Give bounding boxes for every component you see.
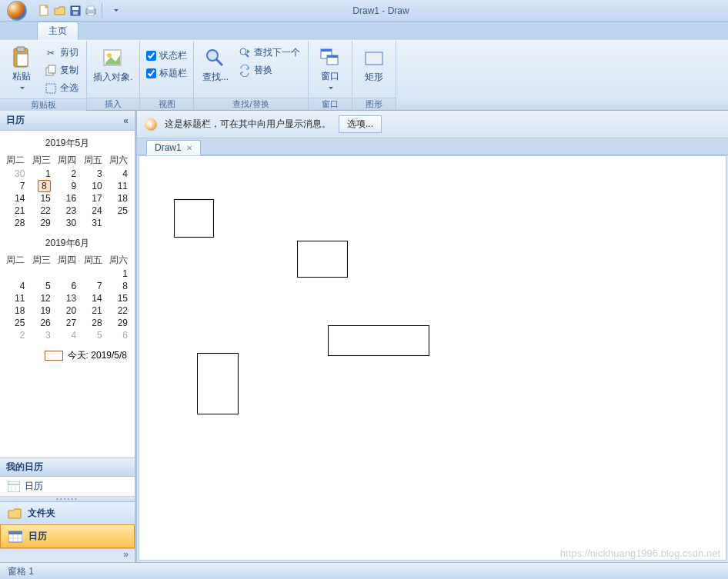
calendar-grid-1[interactable]: 周二周三周四周五周六301234789101114151617182122232… [3, 153, 132, 229]
collapse-icon[interactable] [123, 115, 129, 126]
save-icon[interactable] [69, 5, 82, 17]
sidebar-grip[interactable]: •••••• [0, 496, 135, 501]
calendar-area: 2019年5月 周二周三周四周五周六3012347891011141516171… [0, 131, 135, 368]
cut-icon: ✂ [45, 47, 57, 59]
svg-rect-5 [88, 6, 94, 10]
svg-point-14 [107, 53, 112, 58]
statusbar-checkbox[interactable]: 状态栏 [145, 48, 189, 64]
window-title: Draw1 - Draw [126, 5, 636, 16]
info-icon: i [145, 118, 157, 131]
ribbon-group-insert: 插入对象. 插入 [87, 41, 140, 110]
paste-button[interactable]: 粘贴 [5, 43, 38, 94]
rectangle-icon [362, 46, 386, 71]
select-all-icon [45, 82, 57, 95]
svg-point-15 [207, 50, 218, 61]
svg-rect-3 [73, 12, 78, 15]
close-tab-icon[interactable]: ✕ [186, 144, 192, 152]
today-box-icon [45, 351, 63, 361]
nav-calendar[interactable]: 日历 [0, 524, 135, 548]
sidebar-subheader-mycalendars[interactable]: 我的日历 [0, 458, 135, 477]
insert-object-button[interactable]: 插入对象. [92, 43, 135, 94]
svg-rect-24 [8, 481, 20, 492]
copy-icon [45, 65, 57, 77]
captionbar-checkbox[interactable]: 标题栏 [145, 65, 189, 82]
calendar-small-icon [8, 481, 20, 492]
nav-configure[interactable]: » [0, 548, 135, 562]
nav-folders[interactable]: 文件夹 [0, 501, 135, 524]
print-icon[interactable] [85, 5, 97, 17]
tab-home[interactable]: 主页 [37, 22, 78, 40]
svg-rect-2 [72, 7, 78, 10]
options-button[interactable]: 选项... [339, 115, 382, 133]
ribbon-tab-row: 主页 [0, 22, 728, 40]
app-orb[interactable] [2, 1, 32, 21]
insert-object-icon [101, 46, 125, 71]
ribbon-group-shapes: 矩形 图形 [352, 41, 396, 110]
caption-message: 这是标题栏，可在其中向用户显示消息。 [165, 118, 331, 131]
ribbon-group-clipboard: 粘贴 ✂剪切 复制 全选 剪贴板 [0, 41, 87, 110]
svg-line-16 [216, 59, 222, 65]
find-button[interactable]: 查找... [199, 43, 232, 94]
calendar-month-2: 2019年6月 周二周三周四周五周六1456781112131415181920… [3, 237, 132, 341]
caption-bar: i 这是标题栏，可在其中向用户显示消息。 选项... [137, 111, 728, 138]
svg-rect-6 [88, 13, 94, 15]
paste-icon [9, 46, 34, 70]
svg-rect-29 [8, 531, 22, 534]
svg-point-17 [240, 48, 246, 55]
svg-rect-8 [17, 47, 25, 52]
calendar-icon [8, 531, 22, 543]
calendar-today-row[interactable]: 今天: 2019/5/8 [3, 349, 132, 362]
ribbon-group-window: 窗口 窗口 [309, 41, 352, 110]
svg-line-18 [245, 54, 249, 57]
document-tab[interactable]: Draw1 ✕ [146, 140, 201, 155]
svg-rect-11 [48, 65, 55, 73]
titlebar: Draw1 - Draw [0, 0, 728, 22]
find-icon [203, 46, 228, 71]
select-all-button[interactable]: 全选 [42, 80, 82, 96]
shape-rectangle[interactable] [197, 353, 239, 414]
sidebar: 日历 2019年5月 周二周三周四周五周六3012347891011141516… [0, 111, 137, 562]
document-tab-row: Draw1 ✕ [137, 138, 728, 155]
rectangle-button[interactable]: 矩形 [357, 43, 391, 94]
calendar-month-1: 2019年5月 周二周三周四周五周六3012347891011141516171… [3, 137, 132, 229]
quick-access-toolbar [34, 0, 126, 21]
copy-button[interactable]: 复制 [42, 62, 82, 78]
qat-customize-icon[interactable] [109, 5, 122, 17]
ribbon: 粘贴 ✂剪切 复制 全选 剪贴板 插入对象. 插入 状态栏 标题栏 [0, 40, 728, 111]
find-next-icon [239, 47, 251, 59]
replace-icon [239, 65, 251, 77]
open-icon[interactable] [54, 5, 66, 17]
svg-rect-9 [17, 54, 28, 66]
svg-rect-12 [46, 84, 55, 93]
svg-rect-20 [321, 49, 332, 52]
shape-rectangle[interactable] [328, 325, 429, 356]
folder-icon [8, 507, 22, 520]
status-text: 窗格 1 [8, 566, 34, 577]
replace-button[interactable]: 替换 [235, 62, 303, 78]
ribbon-group-view: 状态栏 标题栏 视图 [140, 41, 194, 110]
cut-button[interactable]: ✂剪切 [42, 45, 82, 61]
new-icon[interactable] [38, 5, 51, 17]
find-next-button[interactable]: 查找下一个 [235, 45, 303, 61]
shape-rectangle[interactable] [297, 241, 348, 278]
window-icon [318, 46, 342, 70]
ribbon-group-find-replace: 查找... 查找下一个 替换 查找/替换 [194, 41, 309, 110]
drawing-canvas[interactable] [139, 155, 726, 561]
statusbar: 窗格 1 [0, 562, 728, 579]
svg-rect-23 [366, 52, 382, 65]
svg-rect-22 [327, 55, 338, 58]
shape-rectangle[interactable] [174, 199, 214, 238]
window-button[interactable]: 窗口 [313, 43, 347, 94]
calendar-grid-2[interactable]: 周二周三周四周五周六145678111213141518192021222526… [3, 253, 132, 341]
sidebar-header: 日历 [0, 111, 135, 131]
main-area: i 这是标题栏，可在其中向用户显示消息。 选项... Draw1 ✕ [137, 111, 728, 562]
sidebar-item-calendar[interactable]: 日历 [0, 477, 135, 496]
